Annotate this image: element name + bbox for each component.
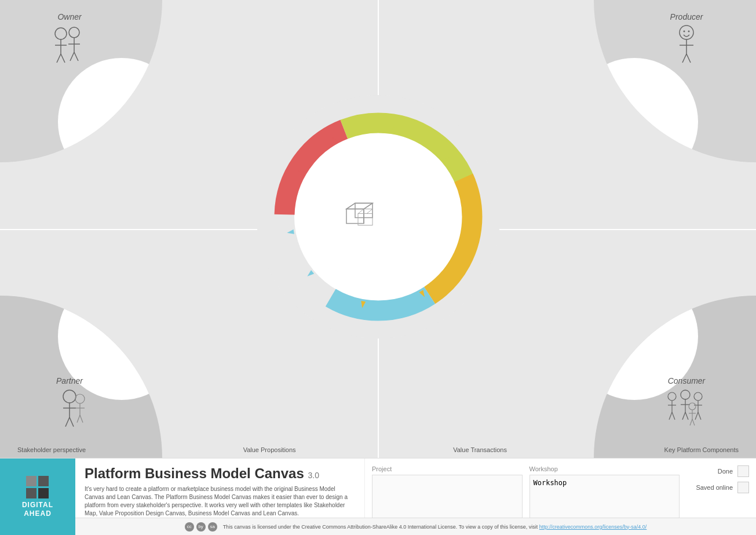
svg-point-34 [688,31,690,32]
canvas-description: It's very hard to create a platform or m… [85,485,355,518]
svg-point-33 [684,31,685,32]
by-icon: by [196,522,206,532]
license-bar: cc by sa This canvas is licensed under t… [75,518,756,535]
svg-line-58 [685,412,688,420]
labels-row: Stakeholder perspective Value Propositio… [0,446,756,453]
svg-line-53 [672,412,675,420]
saved-label: Saved online [696,484,733,491]
svg-line-30 [70,52,74,61]
saved-row: Saved online [693,482,749,493]
label-value-transactions: Value Transactions [453,446,507,453]
stakeholder-owner: Owner [46,12,93,71]
svg-line-52 [669,412,672,420]
consumer-label: Consumer [668,376,706,385]
svg-line-31 [74,52,78,61]
stakeholder-producer: Producer [663,12,710,71]
svg-line-18 [364,203,372,209]
brand-name: DIGITALAHEAD [22,501,53,518]
svg-point-59 [694,392,702,401]
svg-line-48 [80,415,83,423]
svg-line-38 [686,54,691,63]
partner-figure [46,386,93,432]
svg-point-22 [55,28,67,39]
svg-point-32 [680,26,693,39]
canvas-version: 3.0 [308,471,319,480]
project-label: Project [372,465,523,472]
brand-sq2 [38,476,49,486]
svg-point-27 [69,27,79,38]
producer-figure [663,22,710,68]
producer-label: Producer [670,12,703,21]
svg-point-49 [668,392,676,401]
saved-checkbox[interactable] [737,482,749,493]
svg-line-63 [698,412,701,420]
brand-section: DIGITALAHEAD [0,458,75,535]
consumer-figure [663,386,710,432]
svg-line-17 [346,203,355,209]
canvas-title: Platform Business Model Canvas 3.0 [85,465,355,482]
svg-line-47 [77,415,80,423]
brand-sq3 [26,488,36,498]
workshop-label: Workshop [529,465,680,472]
svg-line-26 [61,54,65,63]
svg-line-25 [57,54,61,63]
svg-line-68 [692,419,695,425]
center-icon [341,197,381,237]
svg-line-67 [690,419,692,425]
license-icons: cc by sa [185,522,217,532]
svg-line-42 [65,417,70,427]
svg-line-43 [70,417,74,427]
svg-marker-21 [358,209,372,213]
svg-line-57 [682,412,685,420]
stakeholder-partner: Partner [46,376,93,435]
license-text: This canvas is licensed under the Creati… [223,524,647,530]
done-label: Done [718,468,733,475]
license-link[interactable]: http://creativecommons.org/licenses/by-s… [539,524,647,530]
svg-point-39 [63,390,76,403]
brand-sq1 [26,476,36,486]
bottom-bar: DIGITALAHEAD Platform Business Model Can… [0,458,756,535]
svg-point-44 [75,394,85,403]
svg-point-64 [689,403,696,410]
svg-line-37 [682,54,686,63]
done-row: Done [693,465,749,477]
owner-label: Owner [57,12,81,21]
canvas-area: Owner Producer [0,0,756,458]
sa-icon: sa [208,522,217,532]
label-value-propositions: Value Propositions [243,446,296,453]
owner-figure [46,22,93,68]
label-key-platform-components: Key Platform Components [664,446,739,453]
label-stakeholder-perspective: Stakeholder perspective [17,446,86,453]
cc-icon: cc [185,522,194,532]
stakeholder-consumer: Consumer [663,376,710,435]
svg-point-54 [681,390,690,399]
partner-label: Partner [56,376,83,385]
done-checkbox[interactable] [737,465,749,477]
brand-sq4 [38,488,49,498]
